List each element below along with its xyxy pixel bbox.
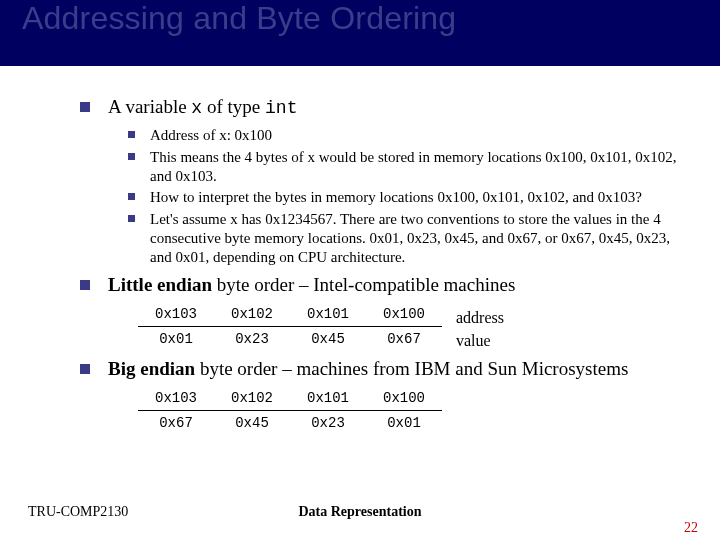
- bullet-big-endian: Big endian byte order – machines from IB…: [80, 358, 686, 380]
- addr-cell: 0x103: [138, 304, 214, 327]
- addr-cell: 0x100: [366, 388, 442, 411]
- square-bullet-icon: [128, 193, 135, 200]
- sub-bullet-storage: This means the 4 bytes of x would be sto…: [128, 148, 686, 186]
- val-cell: 0x01: [138, 327, 214, 350]
- text-bold: Little endian: [108, 274, 212, 295]
- address-label: address: [442, 309, 504, 327]
- value-row: 0x67 0x45 0x23 0x01: [138, 411, 686, 434]
- text: A variable: [108, 96, 191, 117]
- text-bold: Big endian: [108, 358, 195, 379]
- square-bullet-icon: [128, 215, 135, 222]
- val-cell: 0x01: [366, 411, 442, 434]
- text: Let's assume x has 0x1234567. There are …: [150, 211, 670, 265]
- addr-cell: 0x103: [138, 388, 214, 411]
- value-label: value: [442, 332, 491, 350]
- footer: TRU-COMP2130 Data Representation 22: [0, 504, 720, 520]
- text: How to interpret the bytes in memory loc…: [150, 189, 642, 205]
- bullet-variable: A variable x of type int Address of x: 0…: [80, 96, 686, 266]
- square-bullet-icon: [128, 131, 135, 138]
- text: byte order – machines from IBM and Sun M…: [195, 358, 628, 379]
- text: byte order – Intel-compatible machines: [212, 274, 515, 295]
- sub-bullet-assume: Let's assume x has 0x1234567. There are …: [128, 210, 686, 266]
- val-cell: 0x23: [290, 411, 366, 434]
- footer-course: TRU-COMP2130: [28, 504, 128, 520]
- addr-cell: 0x102: [214, 304, 290, 327]
- address-row: 0x103 0x102 0x101 0x100: [138, 388, 686, 411]
- text: This means the 4 bytes of x would be sto…: [150, 149, 677, 184]
- slide-body: A variable x of type int Address of x: 0…: [80, 96, 686, 442]
- sub-list: Address of x: 0x100 This means the 4 byt…: [128, 126, 686, 266]
- slide: Addressing and Byte Ordering A variable …: [0, 0, 720, 540]
- val-cell: 0x23: [214, 327, 290, 350]
- square-bullet-icon: [80, 280, 90, 290]
- sub-bullet-interpret: How to interpret the bytes in memory loc…: [128, 188, 686, 207]
- big-endian-table: 0x103 0x102 0x101 0x100 0x67 0x45 0x23 0…: [138, 388, 686, 434]
- square-bullet-icon: [80, 364, 90, 374]
- address-row: 0x103 0x102 0x101 0x100 address: [138, 304, 686, 327]
- value-row: 0x01 0x23 0x45 0x67 value: [138, 327, 686, 350]
- little-endian-table: 0x103 0x102 0x101 0x100 address 0x01 0x2…: [138, 304, 686, 350]
- square-bullet-icon: [80, 102, 90, 112]
- val-cell: 0x67: [366, 327, 442, 350]
- title-bar: Addressing and Byte Ordering: [0, 0, 720, 66]
- code-int: int: [265, 98, 297, 118]
- page-number: 22: [684, 520, 698, 536]
- val-cell: 0x67: [138, 411, 214, 434]
- addr-cell: 0x101: [290, 304, 366, 327]
- addr-cell: 0x101: [290, 388, 366, 411]
- text: Address of x: 0x100: [150, 127, 272, 143]
- val-cell: 0x45: [214, 411, 290, 434]
- slide-title: Addressing and Byte Ordering: [22, 0, 456, 37]
- bullet-little-endian: Little endian byte order – Intel-compati…: [80, 274, 686, 296]
- square-bullet-icon: [128, 153, 135, 160]
- sub-bullet-address: Address of x: 0x100: [128, 126, 686, 145]
- code-x: x: [191, 98, 202, 118]
- val-cell: 0x45: [290, 327, 366, 350]
- addr-cell: 0x100: [366, 304, 442, 327]
- addr-cell: 0x102: [214, 388, 290, 411]
- text: of type: [202, 96, 265, 117]
